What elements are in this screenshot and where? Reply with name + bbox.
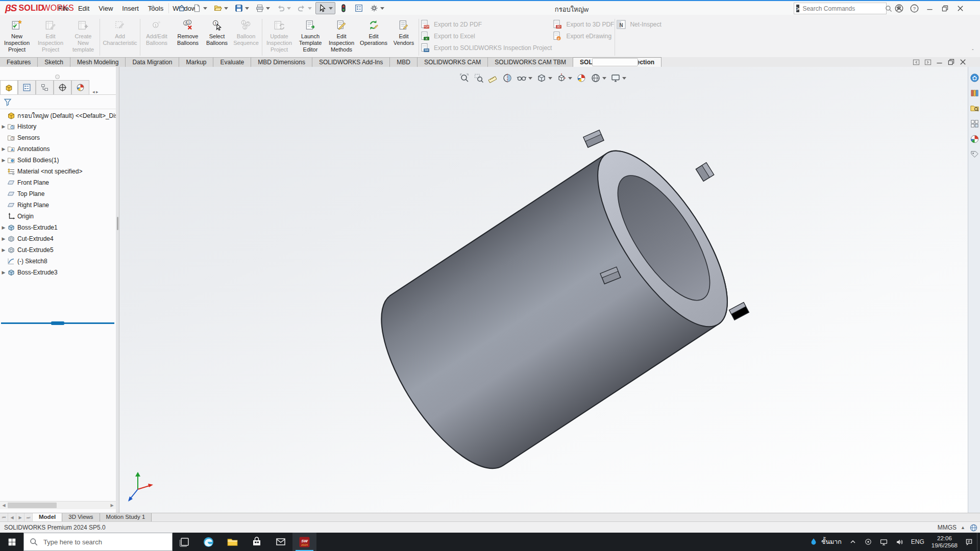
tree-item-origin[interactable]: Origin [0,211,116,222]
graphics-viewport[interactable] [0,67,980,513]
tree-item-history[interactable]: ▶History [0,121,116,132]
display-style-button[interactable] [535,72,554,84]
web-help-globe-icon[interactable] [969,523,978,532]
tab-mesh-modeling[interactable]: Mesh Modeling [70,57,126,67]
units-caret-icon[interactable]: ▲ [961,525,965,530]
edge-taskbar-button[interactable] [197,533,220,551]
select-balloons-button[interactable]: 1SelectBalloons [203,15,231,57]
undo-button[interactable] [274,2,293,14]
search-commands-input[interactable] [801,5,883,13]
tree-item-boss-extrude3[interactable]: ▶Boss-Extrude3 [0,267,116,278]
tree-item-cut-extrude5[interactable]: ▶Cut-Extrude5 [0,244,116,256]
configuration-manager-tab[interactable] [36,80,54,94]
view-orientation-button[interactable] [555,72,574,84]
expand-arrow-icon[interactable]: ▶ [0,236,7,241]
rim-lug[interactable] [729,303,749,320]
edit-inspection-project-button[interactable]: EditInspectionProject [34,15,67,57]
custom-properties-tab[interactable] [969,148,980,160]
expand-arrow-icon[interactable]: ▶ [0,146,7,152]
scroll-right-arrow[interactable]: ▶ [108,502,116,509]
show-desktop-button[interactable] [977,533,980,551]
tab-mbd[interactable]: MBD [390,57,418,67]
appearances-scenes-tab[interactable] [969,133,980,144]
rim-lug[interactable] [696,163,714,181]
weather-widget[interactable]: ชั้นมาก [805,533,845,551]
previous-document-icon[interactable] [912,58,920,66]
new-document-caret-icon[interactable] [203,7,207,10]
tab-evaluate[interactable]: Evaluate [213,57,251,67]
tree-item-sensors[interactable]: Sensors [0,132,116,143]
panel-splitter[interactable] [116,67,119,513]
rollback-bar-grip[interactable] [51,321,64,325]
redo-caret-icon[interactable] [308,7,312,10]
doc-tab-motion-study-1[interactable]: Motion Study 1 [100,513,152,522]
tree-item-right-plane[interactable]: Right Plane [0,199,116,211]
rebuild-button[interactable] [336,2,351,14]
volume-icon[interactable] [892,533,908,551]
doc-tab-model[interactable]: Model [33,513,62,522]
tree-item-material-not-specified[interactable]: Material <not specified> [0,166,116,177]
tree-item-solid-bodies-1[interactable]: ▶Solid Bodies(1) [0,155,116,166]
rim-lug[interactable] [583,130,604,147]
update-inspection-project-button[interactable]: UpdateInspectionProject [263,15,296,57]
section-view-button[interactable] [501,72,514,84]
start-button[interactable] [0,533,23,551]
zoom-to-area-button[interactable] [472,72,485,84]
tab-markup[interactable]: Markup [179,57,213,67]
home-button[interactable] [175,2,189,14]
tab-sketch[interactable]: Sketch [38,57,70,67]
settings-button[interactable] [367,2,387,14]
scene-button[interactable] [589,72,608,84]
tray-overflow-chevron-icon[interactable] [845,533,861,551]
ribbon-collapse-chevron[interactable]: ˆ [969,49,977,56]
export-to-2d-pdf-button[interactable]: PDFExport to 2D PDF [420,19,552,30]
file-explorer-taskbar-button[interactable] [220,533,244,551]
pin-icon[interactable] [147,4,156,13]
restore-button[interactable] [938,3,951,14]
scroll-left-arrow[interactable]: ◀ [0,502,8,509]
nav-first-tab-button[interactable]: ⏮ [0,513,8,522]
measure-button[interactable] [486,72,500,84]
tab-solidworks-cam-tbm[interactable]: SOLIDWORKS CAM TBM [488,57,573,67]
settings-caret-icon[interactable] [380,7,384,10]
tree-item-cut-extrude4[interactable]: ▶Cut-Extrude4 [0,233,116,244]
new-inspection-project-button[interactable]: NewInspectionProject [0,15,34,57]
search-commands-box[interactable]: > [794,3,887,14]
tray-app-icon[interactable] [861,533,876,551]
redo-button[interactable] [295,2,314,14]
user-account-icon[interactable] [892,3,905,14]
task-view-taskbar-button[interactable] [173,533,197,551]
new-document-button[interactable] [190,2,210,14]
file-explorer-pane-tab[interactable] [969,103,980,114]
view-palette-tab[interactable] [969,118,980,129]
balloon-sequence-button[interactable]: 123BalloonSequence [231,15,261,57]
tree-item-top-plane[interactable]: Top Plane [0,188,116,199]
network-icon[interactable] [876,533,892,551]
solidworks-taskbar-button[interactable]: SW2024 [292,533,316,551]
print-button[interactable] [253,2,273,14]
select-arrow-button[interactable] [315,2,335,14]
document-restore-icon[interactable] [947,58,955,66]
export-to-excel-button[interactable]: XExport to Excel [420,31,552,41]
language-indicator[interactable]: ENG [908,533,928,551]
help-icon[interactable]: ? [908,3,921,14]
menu-item-edit[interactable]: Edit [74,3,94,14]
appearances-button[interactable] [575,72,588,84]
design-library-tab[interactable] [969,87,980,98]
panel-tab-overflow-arrows[interactable]: ◂ ▸ [92,89,99,94]
feature-manager-tab[interactable] [0,80,18,94]
save-caret-icon[interactable] [245,7,249,10]
tree-item-sketch8[interactable]: (-) Sketch8 [0,256,116,267]
tab-solidworks-add-ins[interactable]: SOLIDWORKS Add-Ins [312,57,390,67]
export-to-3d-pdf-button[interactable]: 3DExport to 3D PDF [552,19,614,30]
nav-next-tab-button[interactable]: ▶ [16,513,24,522]
zoom-to-fit-button[interactable] [458,72,471,84]
store-taskbar-button[interactable] [244,533,268,551]
expand-arrow-icon[interactable]: ▶ [0,158,7,163]
launch-template-editor-button[interactable]: LaunchTemplateEditor [296,15,325,57]
expand-arrow-icon[interactable]: ▶ [0,247,7,253]
create-new-template-button[interactable]: CreateNewtemplate [67,15,99,57]
document-close-icon[interactable] [959,58,967,66]
tab-data-migration[interactable]: Data Migration [126,57,179,67]
options-button[interactable] [352,2,366,14]
